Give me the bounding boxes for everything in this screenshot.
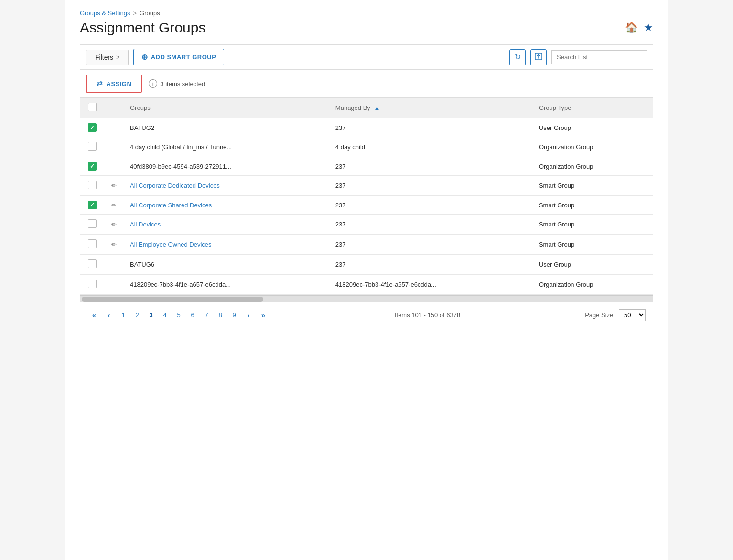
row-group-name[interactable]: All Employee Owned Devices bbox=[123, 235, 329, 255]
filters-label: Filters bbox=[95, 54, 113, 61]
page-4[interactable]: 4 bbox=[159, 309, 171, 321]
row-checkbox-cell bbox=[80, 157, 104, 176]
row-group-type: Organization Group bbox=[532, 157, 653, 176]
col-header-edit bbox=[104, 98, 123, 118]
home-icon[interactable]: 🏠 bbox=[625, 22, 638, 34]
row-checkbox-cell bbox=[80, 196, 104, 215]
page-5[interactable]: 5 bbox=[172, 309, 185, 321]
filters-button[interactable]: Filters > bbox=[86, 50, 129, 65]
action-bar: ⇄ ASSIGN i 3 items selected bbox=[80, 69, 653, 97]
row-managed-by: 237 bbox=[329, 157, 532, 176]
row-group-name: 418209ec-7bb3-4f1e-a657-e6cdda... bbox=[123, 275, 329, 295]
row-group-name: 40fd3809-b9ec-4594-a539-272911... bbox=[123, 157, 329, 176]
edit-pencil-icon[interactable]: ✏ bbox=[111, 221, 117, 228]
items-selected-text: 3 items selected bbox=[160, 80, 205, 87]
row-group-name: BATUG2 bbox=[123, 118, 329, 137]
row-managed-by: 418209ec-7bb3-4f1e-a657-e6cdda... bbox=[329, 275, 532, 295]
edit-pencil-icon[interactable]: ✏ bbox=[111, 241, 117, 248]
export-icon bbox=[535, 53, 542, 62]
row-group-type: Smart Group bbox=[532, 176, 653, 196]
row-group-type: Organization Group bbox=[532, 275, 653, 295]
row-group-name: BATUG6 bbox=[123, 255, 329, 275]
row-checkbox-cell bbox=[80, 255, 104, 275]
table-row: 418209ec-7bb3-4f1e-a657-e6cdda...418209e… bbox=[80, 275, 653, 295]
export-button[interactable] bbox=[530, 49, 547, 65]
row-checkbox[interactable] bbox=[88, 181, 97, 189]
horizontal-scrollbar[interactable] bbox=[80, 295, 653, 302]
col-header-managed-by[interactable]: Managed By ▲ bbox=[329, 98, 532, 118]
row-managed-by: 237 bbox=[329, 255, 532, 275]
col-header-groups: Groups bbox=[123, 98, 329, 118]
page-9[interactable]: 9 bbox=[228, 309, 240, 321]
row-checkbox[interactable] bbox=[88, 162, 97, 171]
table-row: BATUG2237User Group bbox=[80, 118, 653, 137]
row-group-name: 4 day child (Global / lin_ins / Tunne... bbox=[123, 137, 329, 157]
edit-pencil-icon[interactable]: ✏ bbox=[111, 182, 117, 189]
breadcrumb-separator: > bbox=[133, 10, 137, 17]
page-size-label: Page Size: bbox=[585, 312, 615, 319]
select-all-checkbox[interactable] bbox=[88, 103, 97, 111]
row-checkbox[interactable] bbox=[88, 201, 97, 209]
row-edit-cell bbox=[104, 255, 123, 275]
row-group-type: User Group bbox=[532, 118, 653, 137]
col-header-check bbox=[80, 98, 104, 118]
next-page-button[interactable]: › bbox=[242, 308, 255, 322]
row-managed-by: 237 bbox=[329, 215, 532, 235]
row-group-type: Smart Group bbox=[532, 215, 653, 235]
row-checkbox[interactable] bbox=[88, 123, 97, 132]
row-group-type: Smart Group bbox=[532, 235, 653, 255]
prev-page-button[interactable]: ‹ bbox=[102, 308, 116, 322]
row-group-name[interactable]: All Corporate Shared Devices bbox=[123, 196, 329, 215]
page-3[interactable]: 3 bbox=[145, 309, 157, 321]
info-icon: i bbox=[149, 79, 157, 88]
refresh-icon: ↻ bbox=[515, 53, 521, 62]
table-row: ✏All Devices237Smart Group bbox=[80, 215, 653, 235]
horizontal-scrollbar-thumb bbox=[82, 297, 263, 302]
row-checkbox[interactable] bbox=[88, 259, 97, 268]
breadcrumb-parent[interactable]: Groups & Settings bbox=[80, 10, 130, 17]
first-page-button[interactable]: « bbox=[87, 308, 101, 322]
page-header: Assignment Groups 🏠 ★ bbox=[80, 20, 653, 36]
row-checkbox-cell bbox=[80, 235, 104, 255]
row-group-type: Organization Group bbox=[532, 137, 653, 157]
row-checkbox[interactable] bbox=[88, 219, 97, 228]
table-row: 4 day child (Global / lin_ins / Tunne...… bbox=[80, 137, 653, 157]
search-input[interactable] bbox=[551, 50, 647, 64]
row-edit-cell bbox=[104, 275, 123, 295]
page-2[interactable]: 2 bbox=[131, 309, 143, 321]
add-smart-group-button[interactable]: ⊕ ADD SMART GROUP bbox=[133, 49, 224, 65]
edit-pencil-icon[interactable]: ✏ bbox=[111, 202, 117, 209]
page-6[interactable]: 6 bbox=[186, 309, 199, 321]
breadcrumb: Groups & Settings > Groups bbox=[80, 10, 653, 17]
assign-button[interactable]: ⇄ ASSIGN bbox=[86, 75, 142, 93]
page-size-select[interactable]: 50 25 100 bbox=[619, 309, 646, 321]
row-edit-cell bbox=[104, 157, 123, 176]
table-container: Groups Managed By ▲ Group Type BATUG2237… bbox=[80, 97, 653, 295]
row-group-name[interactable]: All Devices bbox=[123, 215, 329, 235]
row-checkbox-cell bbox=[80, 176, 104, 196]
page-title: Assignment Groups bbox=[80, 20, 205, 36]
col-header-group-type: Group Type bbox=[532, 98, 653, 118]
breadcrumb-current: Groups bbox=[140, 10, 160, 17]
star-icon[interactable]: ★ bbox=[644, 22, 653, 34]
row-edit-cell: ✏ bbox=[104, 176, 123, 196]
plus-icon: ⊕ bbox=[141, 53, 148, 62]
row-edit-cell: ✏ bbox=[104, 215, 123, 235]
row-checkbox[interactable] bbox=[88, 142, 97, 151]
row-group-name[interactable]: All Corporate Dedicated Devices bbox=[123, 176, 329, 196]
refresh-button[interactable]: ↻ bbox=[509, 49, 526, 65]
page-8[interactable]: 8 bbox=[214, 309, 226, 321]
table-row: ✏All Employee Owned Devices237Smart Grou… bbox=[80, 235, 653, 255]
last-page-button[interactable]: » bbox=[257, 308, 270, 322]
row-checkbox[interactable] bbox=[88, 239, 97, 248]
page-7[interactable]: 7 bbox=[200, 309, 213, 321]
row-checkbox[interactable] bbox=[88, 280, 97, 288]
shuffle-icon: ⇄ bbox=[97, 79, 103, 88]
assignment-groups-table: Groups Managed By ▲ Group Type BATUG2237… bbox=[80, 98, 653, 295]
pagination-bar: « ‹ 1 2 3 4 5 6 7 8 9 › » Items 101 - 15… bbox=[80, 302, 653, 327]
sort-arrow-managed-by: ▲ bbox=[374, 104, 380, 111]
page-navigation: « ‹ 1 2 3 4 5 6 7 8 9 › » bbox=[87, 308, 270, 322]
row-checkbox-cell bbox=[80, 137, 104, 157]
add-smart-group-label: ADD SMART GROUP bbox=[151, 54, 216, 61]
page-1[interactable]: 1 bbox=[117, 309, 129, 321]
